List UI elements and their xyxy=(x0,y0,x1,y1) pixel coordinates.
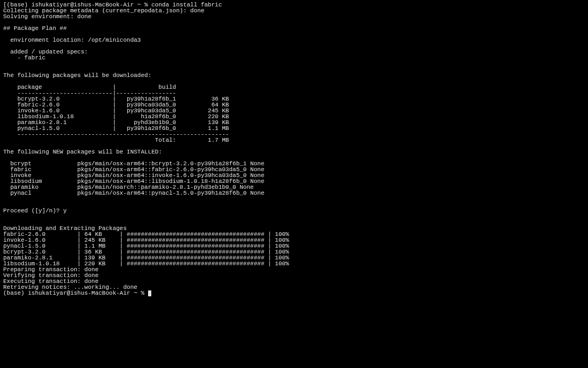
download-header: The following packages will be downloade… xyxy=(3,72,151,79)
plan-header: ## Package Plan ## xyxy=(3,25,67,32)
table-total: Total: 1.7 MB xyxy=(3,137,229,143)
install-header: The following NEW packages will be INSTA… xyxy=(3,149,162,155)
output-line: Solving environment: done xyxy=(3,13,91,20)
env-location: environment location: /opt/miniconda3 xyxy=(3,37,141,43)
proceed-prompt: Proceed ([y]/n)? y xyxy=(3,208,67,214)
specs-line: - fabric xyxy=(3,55,45,61)
cursor-icon xyxy=(148,290,151,296)
prompt-line: (base) ishukatiyar@ishus-MacBook-Air ~ % xyxy=(3,290,148,296)
terminal-output[interactable]: [(base) ishukatiyar@ishus-MacBook-Air ~ … xyxy=(0,0,588,298)
install-row: pynacl pkgs/main/osx-arm64::pynacl-1.5.0… xyxy=(3,190,264,196)
